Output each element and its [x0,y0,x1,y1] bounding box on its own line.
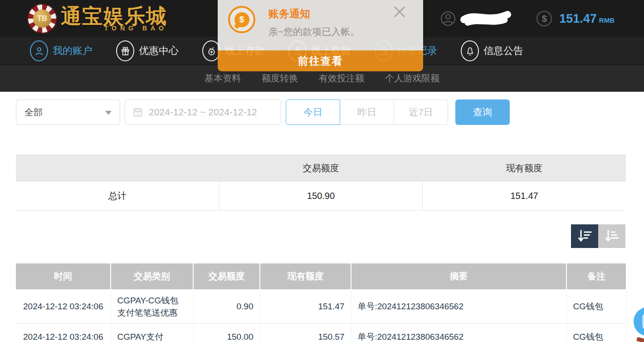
col-header-summary: 摘要 [351,263,566,290]
balance-currency: RMB [599,16,615,24]
cell-type: CGPAY支付 [111,323,193,342]
summary-header-row: 交易额度 现有额度 [16,154,626,182]
go-view-button[interactable]: 前往查看 [218,50,423,71]
sort-descending-icon [577,229,592,243]
col-header-current-amount: 现有额度 [260,263,351,290]
summary-header-trade-amount: 交易额度 [219,154,422,182]
device-icon [641,313,644,330]
cell-type: CGPAY-CG钱包支付笔笔送优惠 [111,290,193,324]
close-icon[interactable] [391,3,408,20]
subnav-item-valid-bets[interactable]: 有效投注额 [319,72,364,84]
cell-summary: 单号:202412123806346562 [351,290,566,324]
summary-total-current-amount: 151.47 [423,182,626,210]
chip-label: TB [37,14,48,23]
sort-ascending-icon [604,229,620,243]
notification-message: 亲~您的款项已入帐。 [268,25,360,38]
notification-title: 账务通知 [268,7,310,21]
type-select[interactable]: 全部 [16,99,120,125]
col-header-time: 时间 [16,263,111,290]
username-redacted[interactable] [460,10,511,28]
cell-note: CG钱包 [566,290,626,324]
account-notification-popup: $ 账务通知 亲~您的款项已入帐。 前往查看 [218,0,423,71]
sort-descending-button[interactable] [571,224,598,248]
subnav-item-credit-transfer[interactable]: 额度转换 [262,72,298,84]
quick-range-group: 今日 昨日 近7日 [286,99,448,125]
money-message-icon: $ [228,6,255,33]
account-icon [30,40,48,61]
chevron-down-icon [105,111,112,115]
cell-note: CG钱包 [566,323,626,342]
sort-ascending-button[interactable] [598,224,625,248]
cell-trade-amount: 0.90 [193,290,260,324]
quick-today-button[interactable]: 今日 [286,99,340,125]
nav-item-announcements[interactable]: 信息公告 [461,40,523,61]
cell-current-amount: 151.47 [260,290,351,324]
balance-amount: 151.47 [559,12,597,25]
dollar-glyph: $ [239,15,244,25]
topbar-account-area: $ 151.47RMB [440,0,615,37]
calendar-icon [132,107,143,118]
brand-text: 通宝娱乐城 TONG BAO [61,6,167,32]
cell-summary: 单号:202412123806346562 [351,323,566,342]
cell-current-amount: 150.57 [260,323,351,342]
nav-item-promotions[interactable]: 优惠中心 [116,40,179,61]
nav-label: 我的账户 [53,44,93,58]
casino-chip-icon: TB [27,4,57,34]
user-avatar-icon [440,11,456,26]
search-button[interactable]: 查询 [455,99,510,125]
summary-header-empty [16,154,219,182]
transactions-header-row: 时间 交易类别 交易额度 现有额度 摘要 备注 [16,263,626,290]
col-header-type: 交易类别 [111,263,193,290]
subnav-item-profile[interactable]: 基本资料 [205,72,241,84]
cell-time: 2024-12-12 03:24:06 [16,323,111,342]
nav-item-my-account[interactable]: 我的账户 [30,40,93,61]
quick-last7days-button[interactable]: 近7日 [394,99,448,125]
col-header-note: 备注 [566,263,626,290]
cell-trade-amount: 150.00 [193,323,260,342]
table-row: 2024-12-12 03:24:06 CGPAY支付 150.00 150.5… [16,323,626,342]
table-row: 2024-12-12 03:24:06 CGPAY-CG钱包支付笔笔送优惠 0.… [16,290,626,324]
gift-icon [116,40,134,61]
notification-body: $ 账务通知 亲~您的款项已入帐。 [218,0,423,50]
sort-controls [0,224,625,248]
cell-time: 2024-12-12 03:24:06 [16,290,111,324]
coin-glyph: $ [542,14,547,24]
filter-row: 全部 2024-12-12 ~ 2024-12-12 今日 昨日 近7日 查询 [16,99,644,125]
subnav-item-game-limits[interactable]: 个人游戏限额 [385,72,439,84]
summary-header-current-amount: 现有额度 [423,154,626,182]
date-range-value: 2024-12-12 ~ 2024-12-12 [149,107,257,118]
summary-table: 交易额度 现有额度 总计 150.90 151.47 [16,154,626,211]
brand-subtitle: TONG BAO [104,25,167,32]
col-header-trade-amount: 交易额度 [193,263,260,290]
summary-total-label: 总计 [16,182,219,210]
content-area: 全部 2024-12-12 ~ 2024-12-12 今日 昨日 近7日 查询 … [0,99,644,342]
brand-logo[interactable]: TB 通宝娱乐城 TONG BAO [27,4,167,34]
brand-name: 通宝娱乐城 [61,6,167,26]
summary-total-row: 总计 150.90 151.47 [16,182,626,210]
balance-coin-icon: $ [537,11,552,26]
quick-yesterday-button[interactable]: 昨日 [340,99,394,125]
type-select-value: 全部 [24,106,43,119]
nav-label: 优惠中心 [139,44,179,58]
nav-label: 信息公告 [483,44,523,58]
bell-icon [461,40,479,61]
transactions-table: 时间 交易类别 交易额度 现有额度 摘要 备注 2024-12-12 03:24… [16,263,626,342]
account-balance: 151.47RMB [559,12,615,26]
date-range-input[interactable]: 2024-12-12 ~ 2024-12-12 [125,99,281,125]
summary-total-trade-amount: 150.90 [219,182,422,210]
